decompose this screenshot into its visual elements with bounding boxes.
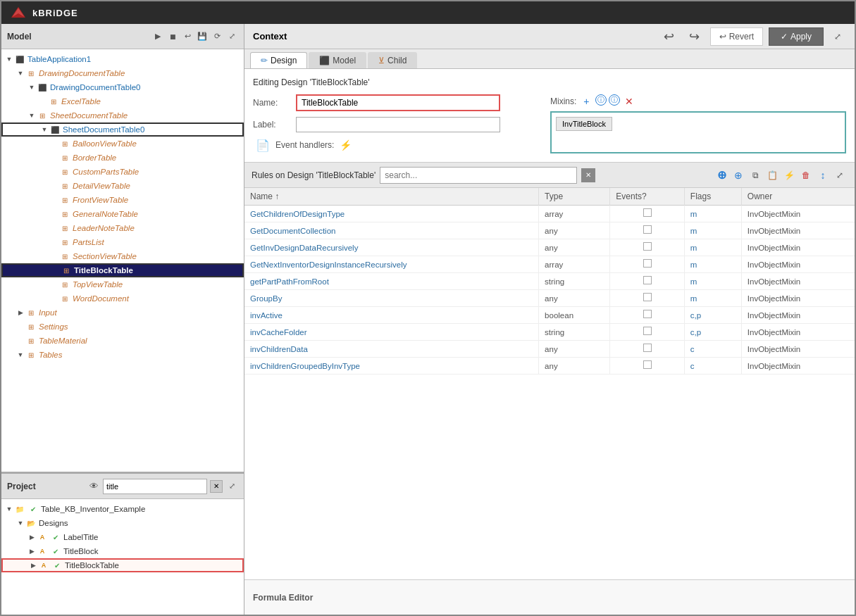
project-item-tblkb[interactable]: 📁 ✔ Table_KB_Inventor_Example: [1, 502, 244, 516]
tree-item-exceltable[interactable]: ⊞ ExcelTable: [1, 94, 244, 108]
cell-events[interactable]: [610, 307, 684, 324]
cell-events[interactable]: [610, 290, 684, 307]
doc-icon[interactable]: 📄: [256, 138, 270, 152]
tab-child[interactable]: ⊻ Child: [368, 52, 417, 68]
checkbox-events[interactable]: [643, 276, 652, 284]
tree-item-tableapp1[interactable]: ⬛ TableApplication1: [1, 52, 244, 66]
tree-arrow-drawingdoc0[interactable]: [27, 82, 37, 92]
col-header-events[interactable]: Events?: [610, 188, 684, 206]
tree-item-tables[interactable]: ⊞ Tables: [1, 348, 244, 362]
checkbox-events[interactable]: [643, 225, 652, 234]
tree-arrow-input[interactable]: [15, 308, 25, 318]
tree-item-detailview[interactable]: ⊞ DetailViewTable: [1, 179, 244, 193]
rules-search-input[interactable]: [380, 167, 577, 184]
project-item-labeltitle[interactable]: A ✔ LabelTitle: [1, 530, 244, 544]
rules-delete-btn[interactable]: 🗑: [798, 168, 814, 183]
tree-arrow-tableapp1[interactable]: [4, 54, 14, 64]
mixin-tag-invtitleblock[interactable]: InvTitleBlock: [556, 117, 612, 131]
cell-events[interactable]: [610, 341, 684, 358]
project-item-titleblock2[interactable]: A ✔ TitleBlock: [1, 544, 244, 558]
tree-item-sheetdoc[interactable]: ⊞ SheetDocumentTable: [1, 108, 244, 122]
rules-search-clear-btn[interactable]: ✕: [581, 168, 595, 182]
project-search-input[interactable]: [103, 479, 207, 494]
model-play-btn[interactable]: ▶: [151, 30, 164, 43]
revert-button[interactable]: ↩ Revert: [710, 27, 763, 46]
rules-add-copy-btn[interactable]: ⊕: [731, 168, 746, 183]
rules-copy-btn[interactable]: ⧉: [748, 168, 763, 183]
model-expand-btn[interactable]: ⤢: [225, 30, 238, 43]
tree-item-customparts[interactable]: ⊞ CustomPartsTable: [1, 165, 244, 179]
tree-item-drawingdoc0[interactable]: ⬛ DrawingDocumentTable0: [1, 80, 244, 94]
tree-arrow-sheetdoc0[interactable]: [39, 125, 49, 134]
checkbox-events[interactable]: [643, 242, 652, 251]
checkbox-events[interactable]: [643, 293, 652, 301]
tree-arrow-drawingdoc[interactable]: [15, 68, 25, 78]
lightning-icon[interactable]: ⚡: [340, 139, 352, 151]
checkbox-events[interactable]: [643, 208, 652, 217]
cell-events[interactable]: [610, 256, 684, 273]
tree-item-titleblock[interactable]: ⊞ TitleBlockTable: [1, 263, 244, 277]
tree-item-tablematerial[interactable]: ⊞ TableMaterial: [1, 334, 244, 348]
project-item-titleblktable[interactable]: A ✔ TitleBlockTable: [1, 558, 244, 572]
mixin-info-btn[interactable]: ⓘ: [595, 94, 607, 106]
tree-item-sheetdoc0[interactable]: ⬛ SheetDocumentTable0: [1, 122, 244, 137]
tree-arrow-tables[interactable]: [15, 350, 25, 360]
cell-events[interactable]: [610, 324, 684, 341]
tree-item-bordertable[interactable]: ⊞ BorderTable: [1, 151, 244, 165]
checkbox-events[interactable]: [643, 259, 652, 268]
context-redo-btn[interactable]: ↪: [685, 28, 705, 45]
mixin-remove-btn[interactable]: ✕: [622, 94, 636, 108]
project-expand-btn[interactable]: ⤢: [225, 480, 238, 493]
checkbox-events[interactable]: [643, 360, 652, 369]
project-item-designs[interactable]: 📂 Designs: [1, 516, 244, 530]
rules-sort-btn[interactable]: ↕: [815, 168, 831, 183]
model-refresh-btn[interactable]: ⟳: [211, 30, 223, 43]
project-arrow-titleblock2[interactable]: [27, 546, 37, 556]
cell-events[interactable]: [610, 222, 684, 239]
cell-events[interactable]: [610, 239, 684, 256]
tree-item-settings[interactable]: ⊞ Settings: [1, 320, 244, 334]
col-header-flags[interactable]: Flags: [684, 188, 741, 206]
tree-arrow-sheetdoc[interactable]: [27, 111, 37, 120]
tree-item-generalnote[interactable]: ⊞ GeneralNoteTable: [1, 207, 244, 221]
project-arrow-labeltitle[interactable]: [27, 532, 37, 542]
tree-item-frontview[interactable]: ⊞ FrontViewTable: [1, 193, 244, 207]
project-arrow-titleblktable[interactable]: [28, 560, 38, 570]
model-stop-btn[interactable]: ⏹: [166, 30, 179, 43]
tree-item-drawingdoc[interactable]: ⊞ DrawingDocumentTable: [1, 66, 244, 80]
col-header-owner[interactable]: Owner: [741, 188, 855, 206]
tree-item-partslist[interactable]: ⊞ PartsList: [1, 235, 244, 249]
rules-add-btn[interactable]: ⊕: [714, 168, 729, 183]
label-input[interactable]: [296, 117, 500, 132]
project-search-clear-btn[interactable]: ✕: [210, 480, 223, 493]
cell-events[interactable]: [610, 358, 684, 375]
mixin-add-btn[interactable]: +: [579, 94, 593, 108]
tree-item-leadernote[interactable]: ⊞ LeaderNoteTable: [1, 221, 244, 235]
tree-item-balloonview[interactable]: ⊞ BalloonViewTable: [1, 137, 244, 151]
tree-item-worddoc[interactable]: ⊞ WordDocument: [1, 291, 244, 306]
context-undo-btn[interactable]: ↩: [659, 28, 679, 45]
tree-item-topview[interactable]: ⊞ TopViewTable: [1, 277, 244, 291]
mixin-info2-btn[interactable]: ⓘ: [609, 94, 620, 106]
col-header-name[interactable]: Name ↑: [244, 188, 539, 206]
tree-item-sectionview[interactable]: ⊞ SectionViewTable: [1, 249, 244, 263]
model-save-btn[interactable]: 💾: [196, 30, 209, 43]
tab-design[interactable]: ✏ Design: [250, 52, 307, 68]
context-expand-btn[interactable]: ⤢: [829, 28, 846, 45]
apply-button[interactable]: ✓ Apply: [769, 27, 824, 46]
model-undo-btn[interactable]: ↩: [181, 30, 194, 43]
cell-events[interactable]: [610, 273, 684, 290]
rules-lightning-btn[interactable]: ⚡: [781, 168, 797, 183]
checkbox-events[interactable]: [643, 344, 652, 352]
cell-events[interactable]: [610, 206, 684, 222]
name-input[interactable]: [296, 94, 500, 111]
project-eye-btn[interactable]: 👁: [87, 480, 100, 493]
tree-item-input[interactable]: ⊞ Input: [1, 306, 244, 320]
project-arrow-designs[interactable]: [15, 518, 25, 528]
checkbox-events[interactable]: [643, 310, 652, 318]
checkbox-events[interactable]: [643, 327, 652, 335]
project-arrow-tblkb[interactable]: [4, 504, 14, 514]
col-header-type[interactable]: Type: [539, 188, 610, 206]
tab-model[interactable]: ⬛ Model: [309, 52, 366, 68]
rules-paste-btn[interactable]: 📋: [764, 168, 780, 183]
